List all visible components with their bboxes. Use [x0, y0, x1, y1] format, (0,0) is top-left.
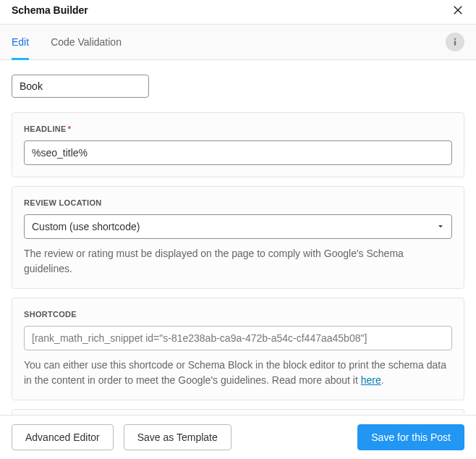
field-headline: Headline*	[12, 112, 464, 177]
save-post-button[interactable]: Save for this Post	[357, 424, 464, 450]
tab-edit[interactable]: Edit	[12, 25, 29, 59]
footer: Advanced Editor Save as Template Save fo…	[0, 415, 476, 459]
info-icon[interactable]	[446, 33, 464, 51]
tabs: Edit Code Validation	[0, 24, 476, 60]
review-location-help: The review or rating must be displayed o…	[24, 246, 452, 277]
required-marker: *	[68, 125, 72, 133]
shortcode-input[interactable]	[24, 326, 452, 350]
svg-rect-3	[454, 41, 456, 45]
headline-label-text: Headline	[24, 125, 67, 133]
review-location-label: Review Location	[24, 198, 452, 207]
shortcode-help-link[interactable]: here	[361, 374, 381, 386]
close-icon[interactable]	[451, 4, 464, 17]
field-shortcode: Shortcode You can either use this shortc…	[12, 298, 464, 400]
headline-label: Headline*	[24, 125, 452, 133]
modal-header: Schema Builder	[0, 0, 476, 24]
field-review-location: Review Location Custom (use shortcode) T…	[12, 186, 464, 289]
tab-code-validation[interactable]: Code Validation	[51, 25, 122, 59]
shortcode-help-suffix: .	[381, 374, 384, 386]
modal-title: Schema Builder	[12, 4, 88, 16]
svg-point-2	[454, 38, 456, 40]
schema-type-input[interactable]	[12, 75, 149, 98]
advanced-editor-button[interactable]: Advanced Editor	[12, 424, 114, 450]
content-area: Headline* Review Location Custom (use sh…	[0, 60, 476, 422]
review-location-select[interactable]: Custom (use shortcode)	[24, 214, 452, 239]
headline-input[interactable]	[24, 140, 452, 165]
shortcode-help: You can either use this shortcode or Sch…	[24, 358, 452, 388]
save-template-button[interactable]: Save as Template	[124, 424, 231, 450]
shortcode-label: Shortcode	[24, 310, 452, 319]
